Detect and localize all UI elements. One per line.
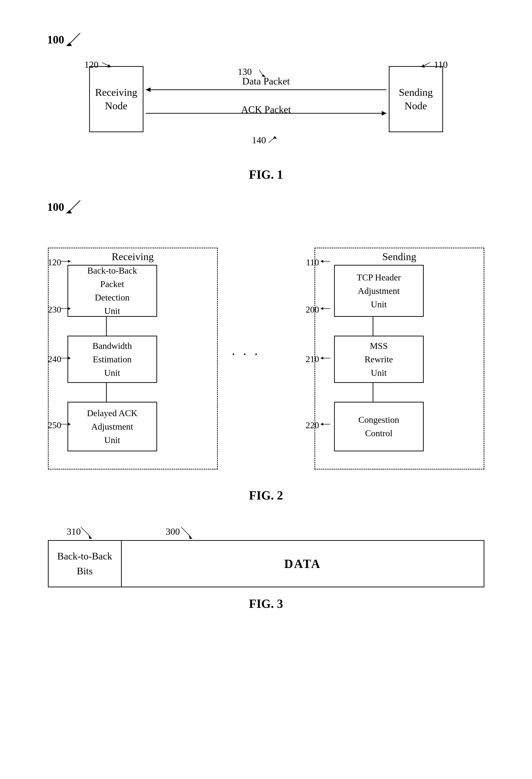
delayed-ack-unit-box: Delayed ACKAdjustmentUnit: [67, 402, 157, 452]
svg-marker-39: [189, 536, 193, 539]
svg-line-8: [423, 63, 430, 66]
svg-marker-33: [320, 357, 323, 360]
svg-line-14: [68, 200, 80, 212]
svg-marker-25: [68, 423, 71, 426]
ref-220: 220: [306, 420, 319, 430]
fig2-caption: FIG. 2: [47, 488, 485, 502]
svg-marker-15: [66, 210, 72, 214]
svg-marker-35: [320, 423, 323, 426]
ref-210: 210: [306, 354, 319, 364]
sending-node-label: SendingNode: [399, 86, 433, 113]
ack-packet-label: ACK Packet: [241, 104, 291, 115]
page: 100 ReceivingNode: [0, 0, 532, 779]
ref-240: 240: [48, 354, 61, 364]
svg-marker-23: [68, 357, 71, 360]
congestion-control-unit-box: CongestionControl: [334, 402, 424, 452]
svg-marker-21: [68, 307, 71, 310]
fig3-bits-section: Back-to-Back Bits: [49, 541, 122, 587]
bits-label: Back-to-Back Bits: [51, 549, 119, 579]
sending-node-box: SendingNode: [389, 66, 443, 132]
ref-120: 120: [48, 257, 61, 267]
fig1-section: 100 ReceivingNode: [47, 33, 485, 182]
fig3-section: 310 300 Back-to-Back Bits DATA FIG. 3: [47, 521, 485, 611]
ref-110: 110: [306, 257, 319, 267]
fig3-caption: FIG. 3: [47, 597, 485, 611]
data-label: DATA: [284, 557, 321, 571]
ref-200: 200: [306, 304, 319, 315]
fig1-caption: FIG. 1: [47, 168, 485, 182]
back-to-back-unit-box: Back-to-BackPacketDetectionUnit: [67, 265, 157, 317]
fig1-ref-140: 140: [252, 134, 266, 146]
svg-marker-1: [66, 43, 72, 46]
data-packet-label: Data Packet: [242, 75, 290, 87]
receiving-dashed-box: Receiving Back-to-BackPacketDetectionUni…: [48, 248, 218, 470]
svg-marker-7: [107, 64, 111, 67]
sending-label: Sending: [315, 248, 484, 267]
ref-230: 230: [48, 304, 61, 315]
svg-marker-13: [273, 136, 277, 139]
fig2-diagram: Receiving Back-to-BackPacketDetectionUni…: [48, 233, 484, 481]
svg-marker-3: [146, 87, 150, 92]
fig3-diagram: Back-to-Back Bits DATA: [48, 540, 484, 587]
sending-dashed-box: Sending TCP HeaderAdjustmentUnit MSSRewr…: [315, 248, 484, 470]
fig3-data-section: DATA: [122, 541, 484, 587]
receiving-node-box: ReceivingNode: [89, 66, 143, 132]
svg-marker-19: [68, 260, 71, 263]
svg-marker-37: [89, 536, 92, 539]
fig1-ref-110: 110: [434, 59, 448, 70]
svg-line-38: [181, 527, 191, 537]
svg-line-0: [68, 33, 80, 45]
svg-marker-9: [421, 64, 425, 67]
fig3-ref-310: 310: [67, 526, 81, 537]
bandwidth-estimation-unit-box: BandwidthEstimationUnit: [67, 336, 157, 383]
fig2-section: 100 Receiving Back-to-BackPacketDetectio…: [47, 200, 485, 502]
tcp-header-unit-box: TCP HeaderAdjustmentUnit: [334, 265, 424, 317]
svg-line-6: [102, 63, 109, 66]
svg-marker-31: [320, 307, 323, 310]
ellipsis: · · ·: [232, 347, 260, 362]
svg-marker-29: [320, 260, 323, 263]
receiving-node-label: ReceivingNode: [95, 86, 137, 113]
fig1-ref-120: 120: [84, 59, 98, 70]
mss-rewrite-unit-box: MSSRewriteUnit: [334, 336, 424, 383]
svg-line-36: [81, 527, 90, 537]
ref-250: 250: [48, 420, 61, 430]
fig3-ref-300: 300: [166, 526, 180, 537]
svg-marker-5: [382, 111, 387, 116]
